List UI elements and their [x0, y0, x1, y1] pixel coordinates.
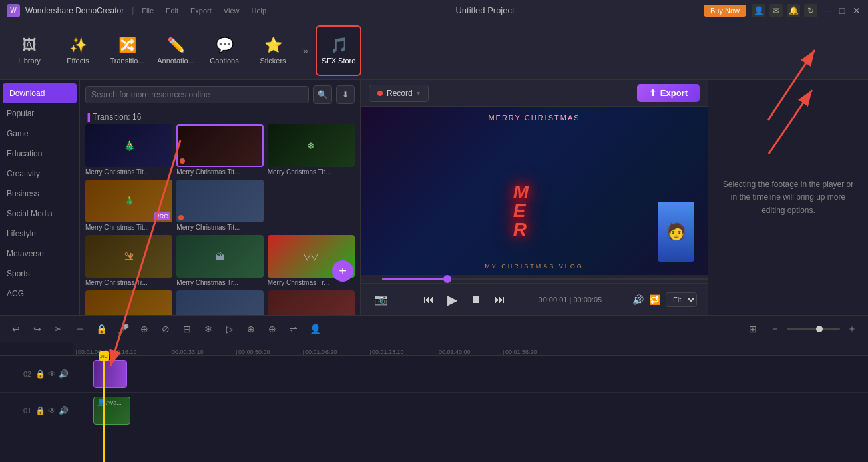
- close-button[interactable]: ✕: [852, 6, 861, 15]
- lock-button[interactable]: 🔒: [92, 320, 111, 338]
- loop-icon[interactable]: 🔁: [649, 294, 660, 305]
- sidebar-item-sports[interactable]: Sports: [0, 264, 79, 284]
- record-button[interactable]: Record ▾: [369, 85, 429, 102]
- user-button[interactable]: 👤: [306, 320, 324, 338]
- split-view-button[interactable]: ⊞: [744, 320, 763, 338]
- menu-export[interactable]: Export: [190, 7, 212, 15]
- cursor-tool[interactable]: ⊕: [135, 320, 154, 338]
- cut-button[interactable]: ✂: [49, 320, 68, 338]
- maximize-button[interactable]: □: [837, 6, 847, 15]
- list-item[interactable]: ❄ Merry Christmas Tit...: [268, 124, 355, 176]
- avatar-clip[interactable]: 👤 Ava...: [93, 397, 130, 425]
- timeline-cursor[interactable]: JIC: [103, 356, 105, 462]
- download-icon[interactable]: ⬇: [336, 85, 355, 104]
- titlebar-icons: 👤 ✉ 🔔 ↻: [752, 4, 817, 17]
- record-dropdown[interactable]: ▾: [417, 89, 420, 97]
- user-icon[interactable]: 👤: [752, 4, 765, 17]
- sidebar-item-business[interactable]: Business: [0, 184, 79, 204]
- sidebar-item-socialmedia[interactable]: Social Media: [0, 204, 79, 224]
- zoom-out-button[interactable]: －: [765, 320, 784, 338]
- undo-button[interactable]: ↩: [7, 320, 25, 338]
- delete-button[interactable]: ⊟: [178, 320, 196, 338]
- toolbar-annotations[interactable]: ✏️ Annotatio...: [153, 25, 198, 76]
- sidebar-item-lifestyle[interactable]: Lifestyle: [0, 224, 79, 244]
- zoom-in-button[interactable]: ＋: [843, 320, 861, 338]
- sidebar-item-acg[interactable]: ACG: [0, 284, 79, 304]
- add-button[interactable]: +: [332, 260, 353, 282]
- eye-icon-02[interactable]: 👁: [48, 369, 56, 379]
- search-button[interactable]: 🔍: [313, 85, 332, 104]
- sidebar-item-popular[interactable]: Popular: [0, 103, 79, 124]
- filter-button[interactable]: ⊕: [242, 320, 260, 338]
- speed-button[interactable]: ⊕: [263, 320, 282, 338]
- list-item[interactable]: Merry Christmas Tit...: [176, 180, 263, 231]
- list-item[interactable]: 🎄 PRO Merry Christmas Tit...: [85, 180, 172, 231]
- progress-thumb[interactable]: [443, 275, 451, 283]
- screenshot-button[interactable]: 📷: [371, 290, 390, 308]
- menu-edit[interactable]: Edit: [166, 7, 178, 15]
- list-item[interactable]: 🏜 Merry Christmas Tr...: [85, 235, 172, 286]
- trim-button[interactable]: ⊣: [71, 320, 89, 338]
- freeze-button[interactable]: ❄: [199, 320, 218, 338]
- volume-icon[interactable]: 🔊: [632, 294, 644, 305]
- toolbar-sfx[interactable]: 🎵 SFX Store: [316, 25, 361, 76]
- message-icon[interactable]: ✉: [769, 4, 783, 17]
- progress-bar[interactable]: [382, 278, 708, 280]
- menu-view[interactable]: View: [224, 7, 240, 15]
- list-item[interactable]: [176, 290, 263, 315]
- captions-label: Captions: [210, 57, 238, 65]
- minimize-button[interactable]: ─: [823, 6, 832, 15]
- transform-button[interactable]: ⇌: [284, 320, 303, 338]
- redo-button[interactable]: ↪: [28, 320, 47, 338]
- toolbar-captions[interactable]: 💬 Captions: [202, 25, 247, 76]
- fit-select[interactable]: Fit: [666, 292, 697, 307]
- play-range-button[interactable]: ▷: [220, 320, 239, 338]
- thumb-badge: PRO: [154, 212, 171, 220]
- toolbar-effects[interactable]: ✨ Effects: [55, 25, 101, 76]
- menu-file[interactable]: File: [142, 7, 154, 15]
- export-button[interactable]: ⬆ Export: [637, 84, 700, 102]
- buy-now-button[interactable]: Buy Now: [704, 5, 746, 17]
- preview-controls: 📷 ⏮ ▶ ⏹ ⏭ 00:00:01 | 00:00:05 🔊 🔁 Fit: [361, 283, 708, 315]
- sidebar-item-download[interactable]: Download: [3, 83, 77, 103]
- step-forward-button[interactable]: ⏭: [492, 291, 508, 308]
- list-item[interactable]: [85, 290, 172, 315]
- list-item[interactable]: 🎄 Merry Christmas Tit...: [85, 124, 172, 176]
- timeline-area: ↩ ↪ ✂ ⊣ 🔒 🎤 ⊕ ⊘ ⊟ ❄ ▷ ⊕ ⊕ ⇌ 👤 ⊞ － ＋: [0, 315, 868, 462]
- track-num-01: 01: [23, 407, 33, 415]
- audio-icon-02[interactable]: 🔊: [59, 369, 69, 379]
- split-button[interactable]: ⊘: [156, 320, 175, 338]
- zoom-slider[interactable]: [787, 328, 840, 330]
- stop-button[interactable]: ⏹: [468, 291, 484, 308]
- list-item[interactable]: 🏔 Merry Christmas Tr...: [176, 235, 263, 286]
- sidebar-item-creativity[interactable]: Creativity: [0, 164, 79, 184]
- thumbnails-grid: 🎄 Merry Christmas Tit... Merry Christmas…: [80, 124, 360, 315]
- toolbar-stickers[interactable]: ⭐ Stickers: [250, 25, 296, 76]
- hint-text: Selecting the footage in the player or i…: [722, 178, 855, 217]
- stickers-icon: ⭐: [264, 37, 282, 54]
- mic-button[interactable]: 🎤: [114, 320, 132, 338]
- ruler-mark: 00:01:00: [76, 350, 103, 355]
- toolbar-library[interactable]: 🖼 Library: [7, 25, 52, 76]
- lock-icon-01[interactable]: 🔒: [35, 406, 45, 415]
- list-item[interactable]: Merry Christmas Tit...: [176, 124, 263, 176]
- play-button[interactable]: ▶: [445, 289, 460, 310]
- menu-help[interactable]: Help: [251, 7, 266, 15]
- list-item[interactable]: [268, 290, 355, 315]
- lock-icon-02[interactable]: 🔒: [35, 369, 45, 379]
- toolbar-transitions[interactable]: 🔀 Transitio...: [104, 25, 150, 76]
- sidebar-item-education[interactable]: Education: [0, 144, 79, 164]
- bell-icon[interactable]: 🔔: [787, 4, 800, 17]
- video-clip[interactable]: [93, 360, 127, 388]
- search-input[interactable]: [85, 86, 309, 103]
- audio-icon-01[interactable]: 🔊: [59, 406, 69, 415]
- zoom-thumb[interactable]: [816, 326, 823, 332]
- update-icon[interactable]: ↻: [804, 4, 817, 17]
- eye-icon-01[interactable]: 👁: [48, 406, 56, 415]
- left-panel: Download Popular Game Education Creativi…: [0, 80, 361, 315]
- preview-header: Record ▾ ⬆ Export: [361, 80, 708, 107]
- toolbar-more-button[interactable]: »: [299, 44, 312, 57]
- sidebar-item-game[interactable]: Game: [0, 124, 79, 144]
- sidebar-item-metaverse[interactable]: Metaverse: [0, 244, 79, 264]
- step-back-button[interactable]: ⏮: [421, 291, 437, 308]
